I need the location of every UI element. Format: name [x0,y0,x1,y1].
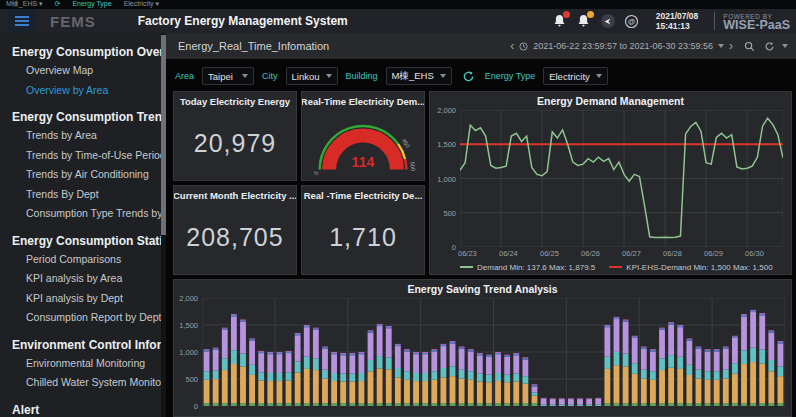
city-select[interactable]: Linkou [286,67,338,85]
bar-segment-base-green [532,403,538,406]
energy-type-filter-label: Energy Type [485,71,535,81]
building-select[interactable]: M棟_EHS [386,67,452,85]
bar-segment-base-green [768,403,774,406]
bar-segment-mid-teal [759,350,765,364]
bar-segment-mid-teal [595,405,601,406]
bar-segment-cap-pink [404,349,410,350]
announcement-icon[interactable] [598,12,618,30]
bar-segment-base-green [413,403,419,406]
legend-item[interactable]: Demand Min: 137.6 Max: 1,879.5 [460,263,595,272]
bar-segment-upper-purple [422,354,428,373]
sidebar-item-overview-by-area[interactable]: Overview by Area [0,81,166,101]
bar-segment-cap-pink [595,398,601,399]
sidebar-item-chilled-water-system-monitoring[interactable]: Chilled Water System Monitoring [0,373,166,393]
bar-segment-upper-purple [404,351,410,371]
time-range-text[interactable]: 2021-06-22 23:59:57 to 2021-06-30 23:59:… [533,41,713,51]
bar-segment-cap-blue [604,326,610,327]
bar-segment-base-green [686,403,692,406]
bar-segment-base-green [267,403,273,406]
range-prev-icon[interactable]: ‹ [510,41,514,51]
demand-line [460,118,783,237]
sidebar-item-consumption-report-by-dept[interactable]: Consumption Report by Dept [0,308,166,328]
bar-segment-base-green [614,403,620,406]
bar-segment-base-green [632,403,638,406]
bar-segment-mid-teal [732,363,738,374]
bar-segment-cap-pink [504,355,510,356]
sidebar-item-period-comparisons[interactable]: Period Comparisons [0,250,166,270]
bar-segment-upper-purple [614,319,620,352]
y-tick-label: 500 [185,375,198,384]
zoom-search-icon[interactable] [744,41,755,52]
sidebar-item-kpi-analysis-by-area[interactable]: KPI analysis by Area [0,269,166,289]
bar-segment-upper-purple [413,354,419,373]
bar-segment-mid-orange [513,382,519,403]
bar-segment-upper-purple [213,350,219,371]
sidebar-item-trends-by-dept[interactable]: Trends By Dept [0,185,166,205]
demand-chart-plot: 2,0001,5001,000500006/2306/2406/2506/260… [460,110,783,247]
bar-segment-base-green [304,403,310,406]
bar-segment-mid-orange [604,369,610,403]
bar-segment-upper-purple [395,346,401,368]
user-account-icon[interactable]: @ [622,12,642,30]
bar-segment-cap-blue [522,358,528,359]
bar-segment-cap-pink [668,322,674,323]
bar-segment-base-green [477,403,483,406]
bar-segment-upper-purple [322,349,328,370]
bar-segment-base-green [504,403,510,406]
sidebar-item-trends-by-time-of-use-period[interactable]: Trends by Time-of-Use Period [0,146,166,166]
y-tick-label: 0 [194,402,198,411]
bar-segment-cap-pink [750,310,756,311]
bar-segment-mid-teal [313,358,319,370]
area-select[interactable]: Taipei [202,67,254,85]
bar-segment-upper-purple [231,316,237,350]
bar-segment-mid-orange [668,368,674,403]
bar-segment-mid-orange [522,383,528,403]
alert-bell-icon[interactable] [574,12,594,30]
bar-segment-base-green [450,403,456,406]
bar-segment-base-green [459,403,465,406]
bar-segment-mid-orange [677,369,683,403]
bar-segment-upper-purple [431,351,437,371]
sidebar-item-kpi-analysis-by-dept[interactable]: KPI analysis by Dept [0,289,166,309]
filters-refresh-icon[interactable] [462,70,475,83]
x-tick-label: 06/30 [745,249,764,258]
legend-item[interactable]: KPI-EHS-Demand Min: 1,500 Max: 1,500 [609,263,772,272]
bar-segment-mid-teal [532,392,538,395]
sidebar-scrollbar[interactable] [161,33,166,417]
sidebar-item-trends-by-area[interactable]: Trends by Area [0,126,166,146]
notification-bell-icon[interactable] [550,12,570,30]
bar-segment-cap-blue [422,353,428,354]
sidebar-item-consumption-type-trends-by-dept[interactable]: Consumption Type Trends by Dept [0,204,166,224]
sidebar-item-trends-by-air-conditioning[interactable]: Trends by Air Conditioning [0,165,166,185]
energy-type-select[interactable]: Electricity [543,67,608,85]
range-next-icon[interactable]: › [729,41,733,51]
bar-segment-mid-orange [696,379,702,403]
bar-segment-mid-teal [258,372,264,380]
bar-segment-upper-purple [705,351,711,371]
bar-segment-mid-orange [623,366,629,403]
bar-segment-cap-blue [204,350,210,351]
bar-segment-upper-purple [568,399,574,405]
bar-segment-cap-pink [349,353,355,354]
bar-segment-cap-pink [459,347,465,348]
range-dropdown-caret-icon[interactable] [718,44,724,48]
bar-segment-cap-blue [623,320,629,321]
bar-segment-cap-blue [459,347,465,348]
bar-segment-upper-purple [495,354,501,373]
sidebar-scrollbar-thumb[interactable] [161,35,166,235]
bar-segment-mid-teal [541,405,547,406]
bar-segment-base-green [650,403,656,406]
refresh-interval-caret-icon[interactable] [782,44,788,48]
bar-segment-cap-blue [778,342,784,343]
filter-bar: Area Taipei City Linkou Building M棟_EHS … [173,63,792,91]
bar-segment-mid-orange [386,369,392,403]
sidebar-item-overview-map[interactable]: Overview Map [0,61,166,81]
bar-segment-upper-purple [577,399,583,405]
bar-segment-cap-blue [249,339,255,340]
bar-segment-cap-pink [522,357,528,358]
bar-segment-upper-purple [641,349,647,370]
refresh-icon[interactable] [764,41,775,52]
sidebar-item-environmental-monitoring[interactable]: Environmental Monitoring [0,354,166,374]
hamburger-menu-icon[interactable] [8,9,36,33]
bar-segment-cap-pink [559,398,565,399]
